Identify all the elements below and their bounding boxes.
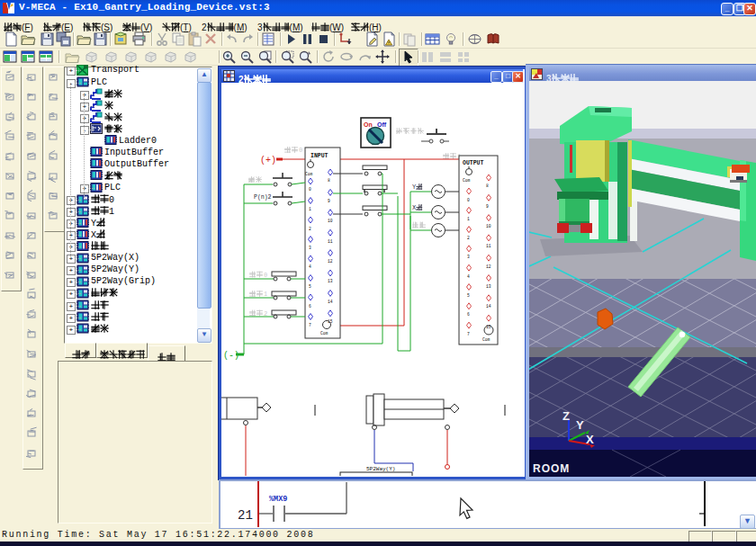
svg-text:2: 2	[309, 227, 311, 231]
svg-text:0: 0	[309, 187, 311, 192]
svg-text:4: 4	[309, 264, 311, 269]
svg-text:On: On	[364, 121, 373, 128]
svg-text:11: 11	[486, 244, 491, 248]
svg-text:INPUT: INPUT	[310, 153, 328, 159]
svg-text:5: 5	[309, 284, 311, 289]
svg-text:1: 1	[264, 291, 267, 298]
svg-text:(+): (+)	[260, 156, 276, 166]
svg-text:Y: Y	[412, 183, 417, 191]
svg-text:0: 0	[467, 198, 470, 202]
svg-text:8: 8	[486, 183, 489, 188]
svg-text:9: 9	[328, 199, 330, 203]
svg-text:2: 2	[264, 310, 267, 318]
svg-text:P(n)2: P(n)2	[254, 194, 272, 201]
svg-text:7: 7	[467, 332, 470, 336]
svg-text:13: 13	[486, 284, 491, 289]
svg-text:14: 14	[328, 300, 333, 304]
svg-text:10: 10	[328, 219, 333, 223]
svg-text:7: 7	[309, 323, 311, 327]
svg-text:12: 12	[486, 264, 491, 269]
svg-text:3: 3	[309, 246, 311, 250]
svg-text:9: 9	[486, 204, 489, 209]
svg-text:Com: Com	[320, 331, 328, 336]
svg-text:12: 12	[328, 259, 333, 264]
svg-text:0: 0	[264, 272, 267, 279]
svg-text:Off: Off	[377, 121, 387, 128]
svg-text:%MX9: %MX9	[269, 495, 287, 504]
svg-text:2: 2	[467, 236, 470, 240]
svg-text:Y: Y	[576, 418, 584, 432]
svg-text:Com: Com	[305, 172, 313, 176]
svg-text:Com: Com	[463, 178, 471, 183]
svg-text:13: 13	[328, 279, 333, 283]
svg-text:Com: Com	[482, 337, 490, 342]
svg-text:5P2Way(Y): 5P2Way(Y)	[366, 466, 395, 472]
svg-text:X: X	[412, 204, 417, 211]
svg-text:X: X	[586, 433, 594, 446]
svg-text:OUTPUT: OUTPUT	[463, 160, 484, 166]
svg-text:4: 4	[467, 274, 470, 279]
svg-text:5: 5	[467, 293, 470, 298]
svg-text:1: 1	[467, 217, 470, 221]
svg-text:11: 11	[328, 239, 333, 244]
svg-text:14: 14	[486, 304, 491, 309]
svg-text:ROOM: ROOM	[533, 462, 570, 475]
svg-text:8: 8	[328, 178, 330, 183]
svg-text:1: 1	[309, 207, 311, 211]
svg-text:10: 10	[486, 224, 491, 228]
svg-text:6: 6	[309, 304, 311, 309]
svg-text:3: 3	[467, 255, 470, 259]
svg-text:0: 0	[299, 147, 302, 154]
svg-text:21: 21	[238, 508, 253, 523]
svg-text:6: 6	[467, 312, 470, 317]
svg-text:Z: Z	[562, 409, 570, 423]
